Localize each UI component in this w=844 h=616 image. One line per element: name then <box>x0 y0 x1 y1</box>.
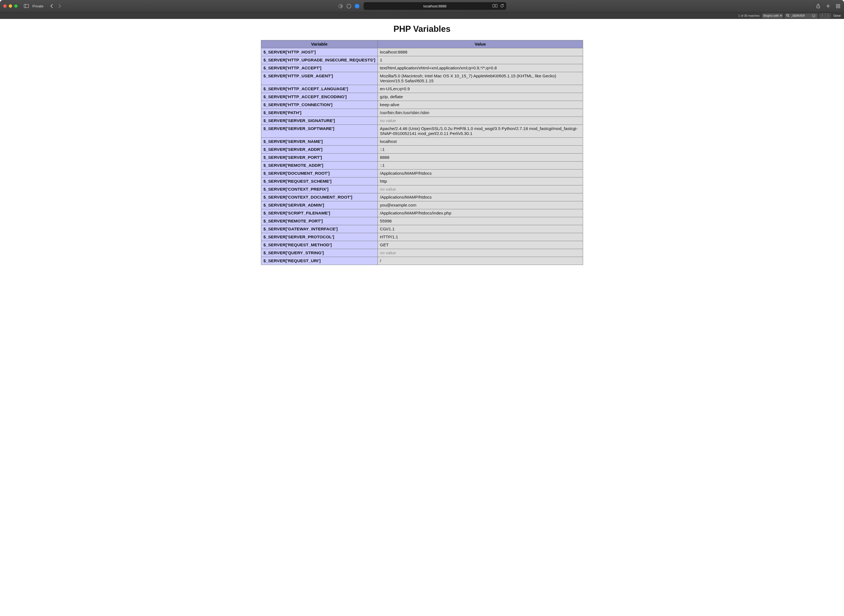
forward-button[interactable] <box>57 3 63 9</box>
find-match-count: 1 of 30 matches <box>738 14 759 17</box>
tab-overview-icon[interactable] <box>835 3 841 9</box>
value-cell: /Applications/MAMP/htdocs <box>377 170 583 177</box>
search-icon <box>787 14 790 18</box>
page-viewport[interactable]: PHP Variables Variable Value $_SERVER['H… <box>0 19 844 616</box>
table-row: $_SERVER['SCRIPT_FILENAME']/Applications… <box>261 209 583 217</box>
variable-cell: $_SERVER['CONTEXT_DOCUMENT_ROOT'] <box>261 194 378 201</box>
variable-cell: $_SERVER['SERVER_SIGNATURE'] <box>261 117 378 125</box>
variable-cell: $_SERVER['REQUEST_URI'] <box>261 257 378 265</box>
variable-cell: $_SERVER['REMOTE_PORT'] <box>261 217 378 225</box>
new-tab-icon[interactable] <box>825 3 831 9</box>
variable-cell: $_SERVER['HTTP_UPGRADE_INSECURE_REQUESTS… <box>261 56 378 64</box>
variable-cell: $_SERVER['REQUEST_METHOD'] <box>261 241 378 249</box>
svg-rect-10 <box>838 7 840 8</box>
table-header-row: Variable Value <box>261 40 583 48</box>
find-bar: 1 of 30 matches Begins with ▲▼ ✕ 〈 〉 Don… <box>0 12 844 19</box>
variable-cell: $_SERVER['PATH'] <box>261 109 378 117</box>
variable-cell: $_SERVER['SCRIPT_FILENAME'] <box>261 209 378 217</box>
col-value: Value <box>377 40 583 48</box>
table-row: $_SERVER['REMOTE_ADDR']::1 <box>261 161 583 170</box>
value-cell: no value <box>377 185 583 194</box>
table-row: $_SERVER['DOCUMENT_ROOT']/Applications/M… <box>261 170 583 177</box>
nav-arrows <box>49 3 63 9</box>
find-mode-label: Begins with <box>763 14 779 17</box>
table-row: $_SERVER['HTTP_CONNECTION']keep-alive <box>261 101 583 109</box>
find-done-button[interactable]: Done <box>832 14 842 17</box>
value-cell: no value <box>377 117 583 125</box>
no-value-label: no value <box>380 118 396 123</box>
reader-icon[interactable] <box>493 4 498 8</box>
page-title: PHP Variables <box>261 19 583 40</box>
variable-cell: $_SERVER['SERVER_ADMIN'] <box>261 201 378 209</box>
browser-titlebar: Private localhost:8888 <box>0 0 844 12</box>
variable-cell: $_SERVER['SERVER_SOFTWARE'] <box>261 125 378 138</box>
table-row: $_SERVER['HTTP_UPGRADE_INSECURE_REQUESTS… <box>261 56 583 64</box>
variable-cell: $_SERVER['SERVER_NAME'] <box>261 138 378 146</box>
value-cell: gzip, deflate <box>377 93 583 101</box>
svg-rect-0 <box>24 4 29 8</box>
private-mode-label: Private <box>32 4 43 8</box>
table-row: $_SERVER['SERVER_SIGNATURE']no value <box>261 117 583 125</box>
svg-rect-8 <box>838 4 840 6</box>
table-row: $_SERVER['HTTP_ACCEPT']text/html,applica… <box>261 64 583 72</box>
tracker-shield-active-icon[interactable] <box>354 3 360 9</box>
share-icon[interactable] <box>815 3 821 9</box>
variable-cell: $_SERVER['REMOTE_ADDR'] <box>261 161 378 170</box>
variable-cell: $_SERVER['DOCUMENT_ROOT'] <box>261 170 378 177</box>
value-cell: /Applications/MAMP/htdocs/index.php <box>377 209 583 217</box>
value-cell: text/html,application/xhtml+xml,applicat… <box>377 64 583 72</box>
col-variable: Variable <box>261 40 378 48</box>
variable-cell: $_SERVER['SERVER_ADDR'] <box>261 146 378 154</box>
clear-search-icon[interactable]: ✕ <box>812 14 815 18</box>
value-cell: you@example.com <box>377 201 583 209</box>
variable-cell: $_SERVER['CONTEXT_PREFIX'] <box>261 185 378 194</box>
variable-cell: $_SERVER['GATEWAY_INTERFACE'] <box>261 225 378 233</box>
find-mode-select[interactable]: Begins with ▲▼ <box>762 13 783 18</box>
value-cell: /usr/bin:/bin:/usr/sbin:/sbin <box>377 109 583 117</box>
variable-cell: $_SERVER['SERVER_PROTOCOL'] <box>261 233 378 241</box>
value-cell: HTTP/1.1 <box>377 233 583 241</box>
no-value-label: no value <box>380 251 396 255</box>
variable-cell: $_SERVER['HTTP_HOST'] <box>261 48 378 56</box>
table-row: $_SERVER['GATEWAY_INTERFACE']CGI/1.1 <box>261 225 583 233</box>
find-input[interactable] <box>791 14 810 17</box>
svg-rect-3 <box>493 4 495 7</box>
close-window-button[interactable] <box>3 4 7 8</box>
table-row: $_SERVER['SERVER_NAME']localhost <box>261 138 583 146</box>
value-cell: http <box>377 177 583 185</box>
table-row: $_SERVER['QUERY_STRING']no value <box>261 249 583 257</box>
svg-rect-9 <box>836 7 838 8</box>
variable-cell: $_SERVER['HTTP_ACCEPT_LANGUAGE'] <box>261 85 378 93</box>
table-row: $_SERVER['CONTEXT_DOCUMENT_ROOT']/Applic… <box>261 194 583 201</box>
php-variables-table: Variable Value $_SERVER['HTTP_HOST']loca… <box>261 40 583 265</box>
value-cell: localhost:8888 <box>377 48 583 56</box>
table-row: $_SERVER['REQUEST_SCHEME']http <box>261 177 583 185</box>
find-next-button[interactable]: 〉 <box>825 14 831 18</box>
svg-line-12 <box>788 16 789 17</box>
no-value-label: no value <box>380 187 396 191</box>
find-prev-button[interactable]: 〈 <box>820 14 825 18</box>
svg-rect-4 <box>495 4 497 7</box>
tracker-shield-icon[interactable] <box>346 3 351 9</box>
table-row: $_SERVER['SERVER_ADMIN']you@example.com <box>261 201 583 209</box>
reload-icon[interactable] <box>500 4 504 9</box>
svg-rect-7 <box>836 4 838 6</box>
value-cell: ::1 <box>377 161 583 170</box>
table-row: $_SERVER['REQUEST_URI']/ <box>261 257 583 265</box>
table-row: $_SERVER['SERVER_PROTOCOL']HTTP/1.1 <box>261 233 583 241</box>
find-search-field[interactable]: ✕ <box>785 13 818 18</box>
back-button[interactable] <box>49 3 55 9</box>
privacy-report-icon[interactable] <box>338 3 343 9</box>
value-cell: / <box>377 257 583 265</box>
minimize-window-button[interactable] <box>9 4 12 8</box>
table-row: $_SERVER['REMOTE_PORT']55996 <box>261 217 583 225</box>
variable-cell: $_SERVER['HTTP_ACCEPT_ENCODING'] <box>261 93 378 101</box>
address-bar[interactable]: localhost:8888 <box>364 2 506 10</box>
table-row: $_SERVER['SERVER_PORT']8888 <box>261 154 583 161</box>
sidebar-toggle-icon[interactable] <box>23 3 29 9</box>
value-cell: /Applications/MAMP/htdocs <box>377 194 583 201</box>
value-cell: CGI/1.1 <box>377 225 583 233</box>
value-cell: Mozilla/5.0 (Macintosh; Intel Mac OS X 1… <box>377 72 583 85</box>
zoom-window-button[interactable] <box>14 4 18 8</box>
window-controls <box>3 4 18 8</box>
